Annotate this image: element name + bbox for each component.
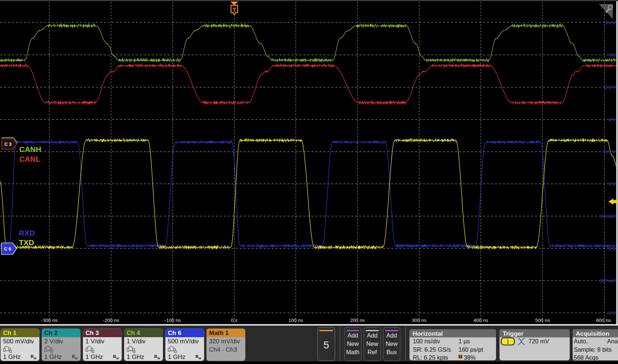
svg-text:B: B <box>154 354 157 359</box>
svg-text:1 GHz: 1 GHz <box>3 353 21 360</box>
svg-text:Add: Add <box>367 332 377 339</box>
svg-text:200 ns: 200 ns <box>350 318 365 323</box>
svg-text:1 GHz: 1 GHz <box>44 353 62 360</box>
svg-text:CANH: CANH <box>19 145 41 153</box>
svg-text:160 ps/pt: 160 ps/pt <box>459 346 483 353</box>
svg-text:-1 V: -1 V <box>607 311 616 316</box>
svg-text:Add: Add <box>386 332 397 339</box>
svg-text:Ch 3: Ch 3 <box>86 330 99 336</box>
svg-text:B: B <box>72 354 75 359</box>
svg-text:2.5 V: 2.5 V <box>605 85 616 90</box>
svg-text:Sample: 8 bits: Sample: 8 bits <box>574 346 612 353</box>
svg-text:-100 ns: -100 ns <box>164 318 181 323</box>
svg-text:720 mV: 720 mV <box>529 338 549 344</box>
svg-text:W: W <box>75 357 78 360</box>
svg-text:38%: 38% <box>464 354 476 361</box>
svg-text:1 V/div: 1 V/div <box>86 338 105 345</box>
svg-text:CANL: CANL <box>19 155 40 163</box>
svg-text:-200 ns: -200 ns <box>103 318 119 323</box>
svg-text:3 V: 3 V <box>609 53 615 58</box>
svg-text:RL: 6.25 kpts: RL: 6.25 kpts <box>413 354 448 361</box>
svg-text:Horizontal: Horizontal <box>413 330 443 337</box>
svg-text:320 mV/div: 320 mV/div <box>209 338 240 345</box>
svg-text:C 3: C 3 <box>4 142 12 147</box>
svg-text:0 s: 0 s <box>231 318 237 323</box>
svg-text:500 mV: 500 mV <box>599 214 615 219</box>
svg-text:0 V: 0 V <box>609 246 615 251</box>
svg-text:1 µs: 1 µs <box>459 338 470 344</box>
svg-text:Trigger: Trigger <box>503 330 524 337</box>
svg-text:500 mV/div: 500 mV/div <box>3 338 34 345</box>
svg-text:5: 5 <box>323 339 329 351</box>
svg-text:W: W <box>157 357 160 360</box>
svg-text:B: B <box>196 354 199 359</box>
svg-text:1 GHz: 1 GHz <box>168 353 185 360</box>
svg-text:2 V/div: 2 V/div <box>44 338 63 345</box>
svg-text:1 GHz: 1 GHz <box>86 353 103 360</box>
svg-text:Math: Math <box>346 349 360 355</box>
svg-text:W: W <box>116 357 119 360</box>
svg-text:Math 1: Math 1 <box>209 330 229 336</box>
svg-text:2 V: 2 V <box>609 117 615 122</box>
svg-text:Acquisition: Acquisition <box>576 330 610 337</box>
svg-text:100 ns/div: 100 ns/div <box>413 338 441 344</box>
svg-text:3.5 V: 3.5 V <box>605 20 616 25</box>
svg-text:Ana: Ana <box>607 338 618 344</box>
svg-text:Ch4 - Ch3: Ch4 - Ch3 <box>209 346 237 353</box>
svg-text:T: T <box>459 355 462 359</box>
svg-text:1 V: 1 V <box>609 182 615 187</box>
svg-text:-300 ns: -300 ns <box>41 318 57 323</box>
svg-text:T: T <box>233 7 236 13</box>
svg-text:100 ns: 100 ns <box>288 318 303 323</box>
svg-text:568 Acqs: 568 Acqs <box>574 354 598 361</box>
svg-text:400 ns: 400 ns <box>474 318 488 323</box>
svg-text:600 ns: 600 ns <box>596 318 611 323</box>
svg-text:500 ns: 500 ns <box>535 318 550 323</box>
svg-text:Bus: Bus <box>386 349 397 355</box>
svg-text:1: 1 <box>507 339 509 344</box>
svg-text:Ch 2: Ch 2 <box>44 330 58 336</box>
svg-text:New: New <box>386 340 398 347</box>
svg-text:W: W <box>34 357 37 360</box>
svg-text:B: B <box>31 354 34 359</box>
svg-text:-500 mV: -500 mV <box>598 278 616 284</box>
svg-text:SR: 6.25 GS/s: SR: 6.25 GS/s <box>413 346 451 353</box>
svg-text:Ch 6: Ch 6 <box>168 330 181 336</box>
svg-text:Auto,: Auto, <box>574 338 588 344</box>
svg-text:500 mV/div: 500 mV/div <box>168 338 199 345</box>
svg-text:Ref: Ref <box>368 349 377 355</box>
svg-text:New: New <box>347 340 359 347</box>
svg-text:Ch 1: Ch 1 <box>3 330 17 336</box>
svg-text:Ch 4: Ch 4 <box>127 330 140 336</box>
svg-text:TXD: TXD <box>19 238 34 247</box>
svg-text:C 6: C 6 <box>4 247 11 252</box>
svg-text:1 V/div: 1 V/div <box>127 338 146 345</box>
svg-text:1.5 V: 1.5 V <box>605 149 616 154</box>
svg-text:W: W <box>199 357 201 360</box>
svg-text:Add: Add <box>348 332 358 339</box>
svg-text:1 GHz: 1 GHz <box>127 353 144 360</box>
svg-text:B: B <box>113 354 116 359</box>
svg-text:RXD: RXD <box>19 229 35 237</box>
svg-text:300 ns: 300 ns <box>412 318 427 323</box>
svg-text:New: New <box>366 340 378 347</box>
